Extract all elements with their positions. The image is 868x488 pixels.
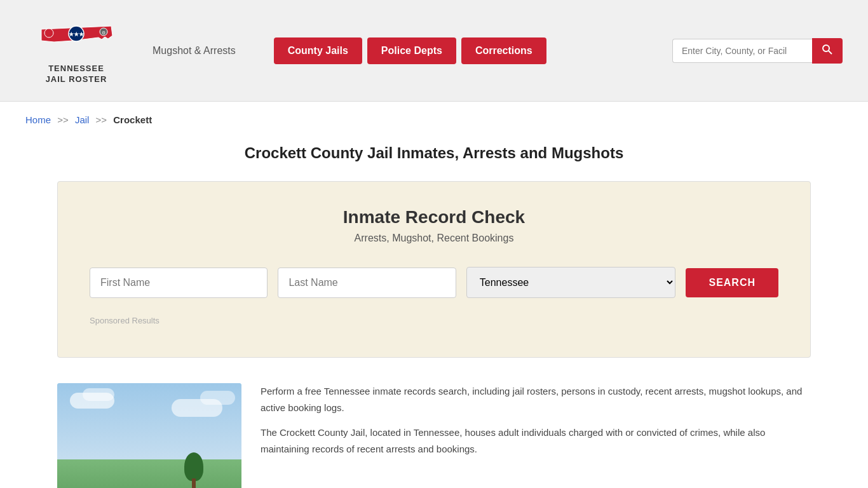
record-check-form: Tennessee Alabama Alaska Arizona Arkansa… [90, 267, 778, 298]
state-select[interactable]: Tennessee Alabama Alaska Arizona Arkansa… [466, 267, 676, 298]
cloud4 [200, 391, 235, 405]
tree-graphic [184, 453, 203, 488]
breadcrumb-jail-link[interactable]: Jail [75, 114, 90, 125]
mugshot-arrests-link[interactable]: Mugshot & Arrests [153, 45, 236, 57]
search-button[interactable] [812, 38, 843, 64]
breadcrumb-sep1: >> [57, 114, 69, 125]
ground-bg [57, 459, 241, 488]
breadcrumb: Home >> Jail >> Crockett [0, 102, 868, 138]
svg-line-7 [829, 51, 832, 54]
county-jails-button[interactable]: County Jails [274, 37, 362, 64]
cloud2 [83, 388, 114, 401]
breadcrumb-current: Crockett [113, 114, 152, 125]
police-depts-button[interactable]: Police Depts [367, 37, 456, 64]
record-search-button[interactable]: SEARCH [686, 268, 778, 297]
search-input[interactable] [672, 39, 812, 63]
content-section: Perform a free Tennessee inmate records … [0, 383, 868, 488]
nav-buttons: County Jails Police Depts Corrections [274, 37, 546, 64]
svg-text:⚙: ⚙ [102, 30, 105, 34]
page-title: Crockett County Jail Inmates, Arrests an… [0, 138, 868, 181]
breadcrumb-sep2: >> [96, 114, 107, 125]
logo-image: ★★★ ⚙ [35, 17, 118, 61]
svg-point-3 [44, 29, 53, 37]
last-name-input[interactable] [278, 268, 456, 298]
content-para1: Perform a free Tennessee inmate records … [261, 383, 811, 416]
logo-area: ★★★ ⚙ TENNESSEE JAIL ROSTER [25, 17, 127, 85]
corrections-button[interactable]: Corrections [461, 37, 546, 64]
content-image [57, 383, 241, 488]
header-search [672, 38, 843, 64]
record-check-title: Inmate Record Check [90, 207, 778, 227]
breadcrumb-home-link[interactable]: Home [25, 114, 51, 125]
svg-text:★★★: ★★★ [69, 31, 85, 37]
record-check-subtitle: Arrests, Mugshot, Recent Bookings [90, 233, 778, 244]
site-header: ★★★ ⚙ TENNESSEE JAIL ROSTER Mugshot & Ar… [0, 0, 868, 102]
content-text: Perform a free Tennessee inmate records … [261, 383, 811, 488]
svg-point-6 [823, 45, 829, 51]
logo-text: TENNESSEE JAIL ROSTER [46, 64, 107, 85]
first-name-input[interactable] [90, 268, 268, 298]
record-check-section: Inmate Record Check Arrests, Mugshot, Re… [57, 181, 811, 358]
sponsored-label: Sponsored Results [90, 316, 778, 325]
content-para2: The Crockett County Jail, located in Ten… [261, 424, 811, 457]
